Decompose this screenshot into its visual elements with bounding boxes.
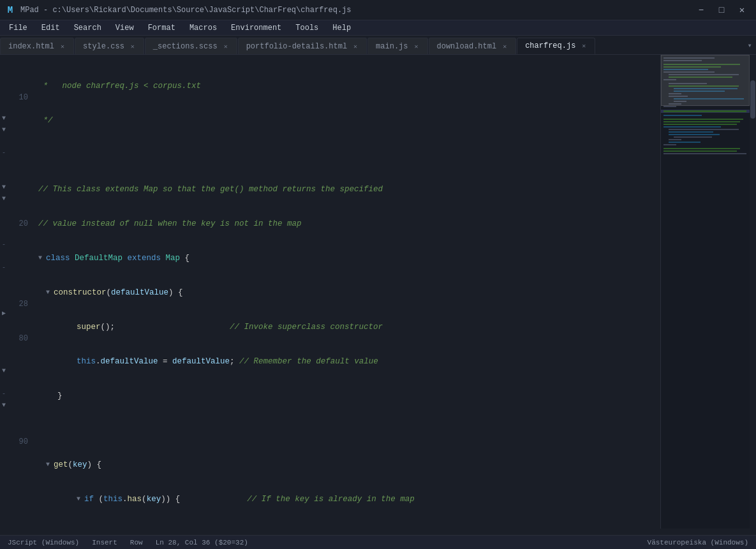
gutter-line [0,55,8,66]
tab-close-icon[interactable]: ✕ [351,42,360,51]
tab-style-css[interactable]: style.css ✕ [75,38,144,54]
gutter-line [0,170,8,181]
svg-rect-21 [663,110,746,112]
gutter-line [0,89,8,101]
vertical-scrollbar[interactable] [750,55,756,529]
gutter-fold-arrow[interactable]: ▼ [0,193,8,204]
line-num [8,126,28,138]
line-num: 28 [8,298,28,310]
status-bar: JScript (Windows) Insert Row Ln 28, Col … [0,535,756,549]
svg-rect-0 [661,55,750,529]
menu-environment[interactable]: Environment [225,22,288,34]
menu-view[interactable]: View [109,22,140,34]
line-num [8,161,28,172]
gutter-line: - [0,147,8,158]
line-num [8,287,28,298]
line-num [8,367,28,379]
line-num [8,344,28,356]
menu-edit[interactable]: Edit [35,22,66,34]
gutter-line [0,468,8,479]
status-position: Ln 28, Col 36 ($20=32) [156,539,248,546]
maximize-button[interactable]: □ [713,4,730,17]
menu-search[interactable]: Search [68,22,108,34]
tab-charfreq-js[interactable]: charfreq.js ✕ [517,38,595,54]
code-line: // value instead of null when the key is… [33,218,660,230]
gutter-line [0,135,8,147]
tab-sections-scss[interactable]: _sections.scss ✕ [145,38,237,54]
tab-close-icon[interactable]: ✕ [58,42,67,51]
tab-portfolio-html[interactable]: portfolio-details.html ✕ [238,38,367,54]
gutter-line [0,284,8,296]
gutter-fold-arrow[interactable]: ▼ [0,124,8,135]
tab-close-icon[interactable]: ✕ [500,42,509,51]
scroll-thumb[interactable] [750,80,755,119]
gutter-fold-arrow[interactable]: ▶ [0,307,8,319]
gutter-line [0,296,8,307]
gutter-line [0,502,8,514]
tab-bar: index.html ✕ style.css ✕ _sections.scss … [0,36,756,55]
svg-rect-23 [663,119,743,120]
tab-download-html[interactable]: download.html ✕ [429,38,517,54]
gutter-line [0,227,8,238]
menu-file[interactable]: File [3,22,34,34]
line-num: 20 [8,218,28,230]
line-num: 10 [8,92,28,103]
tab-index-html[interactable]: index.html ✕ [0,38,74,54]
svg-rect-22 [663,115,702,116]
menu-macros[interactable]: Macros [183,22,223,34]
svg-rect-26 [663,126,721,128]
minimap-svg [661,55,750,529]
close-button[interactable]: ✕ [733,4,751,17]
gutter-line [0,204,8,216]
title-left: M MPad - c:\Users\Rickard\Documents\Sour… [5,5,351,15]
tab-main-js[interactable]: main.js ✕ [367,38,427,54]
code-line: * node charfreq.js < corpus.txt [33,80,660,92]
code-line [33,425,660,436]
menu-tools[interactable]: Tools [289,22,325,34]
svg-rect-25 [663,124,737,125]
gutter-fold-arrow[interactable]: ▼ [0,112,8,124]
gutter-line [0,411,8,422]
gutter-fold-arrow[interactable]: ▼ [0,181,8,193]
line-num [8,448,28,459]
status-encoding: Västeuropeiska (Windows) [648,539,748,546]
minimize-button[interactable]: − [692,4,710,17]
tab-close-icon[interactable]: ✕ [128,42,137,51]
svg-rect-29 [669,134,720,135]
gutter-fold-arrow[interactable]: ▼ [0,365,8,376]
code-content[interactable]: * node charfreq.js < corpus.txt */ // Th… [33,55,660,529]
editor[interactable]: ▼ ▼ - ▼ ▼ - - ▶ [0,55,756,535]
gutter: ▼ ▼ - ▼ ▼ - - ▶ [0,55,8,529]
tab-label: _sections.scss [153,42,218,51]
svg-rect-24 [663,121,740,122]
horizontal-scrollbar[interactable] [0,529,756,535]
line-num [8,356,28,367]
gutter-line [0,353,8,365]
code-area: ▼ ▼ - ▼ ▼ - - ▶ [0,55,756,529]
gutter-line [0,342,8,353]
line-num [8,413,28,425]
tab-scroll-button[interactable]: ▾ [743,36,756,54]
line-num [8,471,28,482]
code-line [33,149,660,161]
gutter-line [0,250,8,261]
tab-close-icon[interactable]: ✕ [221,42,230,51]
menu-format[interactable]: Format [142,22,182,34]
window-title: MPad - c:\Users\Rickard\Documents\Source… [20,6,351,15]
tab-close-icon[interactable]: ✕ [412,42,421,51]
menu-help[interactable]: Help [326,22,357,34]
line-num [8,402,28,413]
line-num [8,310,28,321]
line-num [8,207,28,218]
status-row: Row [130,539,143,546]
line-num [8,184,28,195]
svg-rect-35 [663,150,737,152]
tab-label: main.js [376,42,408,51]
code-line: ▼ get(key) { [33,459,660,471]
tab-close-icon[interactable]: ✕ [579,41,588,50]
line-num [8,379,28,390]
gutter-fold-arrow[interactable]: ▼ [0,399,8,411]
line-num [8,172,28,184]
status-language: JScript (Windows) [8,539,79,546]
gutter-line [0,101,8,112]
